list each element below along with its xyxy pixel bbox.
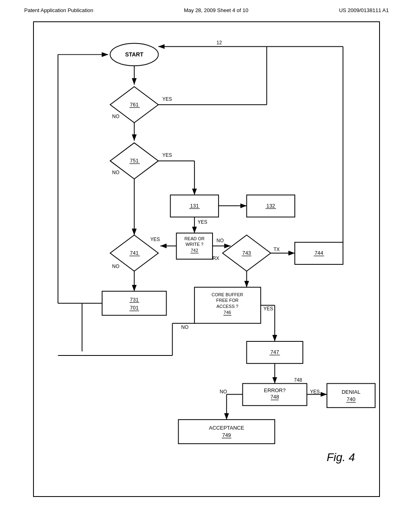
core-buffer-line3: ACCESS ?: [217, 304, 238, 309]
label-743: 743: [242, 250, 251, 256]
diagram-container: START 761 YES 12 NO 751 YES NO 131: [33, 21, 380, 497]
yes-131-label: YES: [198, 219, 207, 225]
no-rw-label: NO: [217, 238, 224, 243]
page-header: Patent Application Publication May 28, 2…: [0, 0, 413, 17]
core-buffer-line2: FREE FOR: [216, 298, 238, 303]
yes-error-label: YES: [310, 389, 320, 395]
label-731: 731: [130, 297, 139, 303]
rw-label-num: 742: [191, 248, 198, 253]
yes-751-label: YES: [163, 152, 172, 158]
error-line1: ERROR?: [264, 387, 286, 393]
flowchart-svg: START 761 YES 12 NO 751 YES NO 131: [34, 22, 379, 496]
error-num: 748: [270, 394, 279, 400]
label-132: 132: [266, 203, 275, 209]
label-747: 747: [270, 349, 279, 355]
header-left: Patent Application Publication: [24, 7, 93, 13]
no-741-label: NO: [112, 264, 119, 269]
acceptance-num: 749: [222, 432, 231, 438]
yes-761-label: YES: [163, 96, 172, 102]
label-131: 131: [190, 203, 199, 209]
label-748-outer: 748: [294, 377, 302, 383]
rw-line1: READ OR: [184, 236, 204, 241]
rw-line2: WRITE ?: [186, 242, 203, 247]
label-744: 744: [315, 250, 323, 256]
yes-rw-label: YES: [150, 237, 160, 242]
no-761-label: NO: [112, 114, 119, 119]
label-741: 741: [130, 250, 139, 256]
no-error-label: NO: [220, 389, 227, 395]
denial-line1: DENIAL: [342, 389, 361, 395]
core-buffer-line1: CORE BUFFER: [212, 292, 243, 297]
label-12: 12: [217, 40, 222, 46]
box-731-701: [102, 291, 166, 316]
header-right: US 2009/0138111 A1: [339, 7, 389, 13]
denial-num: 740: [347, 396, 356, 402]
box-denial: [327, 384, 375, 408]
no-751-label: NO: [112, 170, 119, 175]
label-761: 761: [130, 102, 139, 108]
core-buffer-num: 746: [224, 310, 231, 315]
header-middle: May 28, 2009 Sheet 4 of 10: [184, 7, 248, 13]
yes-cb-label: YES: [263, 306, 273, 312]
acceptance-line1: ACCEPTANCE: [209, 425, 244, 431]
fig-label: Fig. 4: [327, 451, 355, 464]
label-701: 701: [130, 305, 139, 311]
label-751: 751: [130, 158, 139, 164]
no-cb-label: NO: [181, 324, 188, 330]
rx-label: RX: [213, 256, 219, 261]
tx-label: TX: [273, 247, 280, 252]
start-label: START: [125, 51, 144, 58]
